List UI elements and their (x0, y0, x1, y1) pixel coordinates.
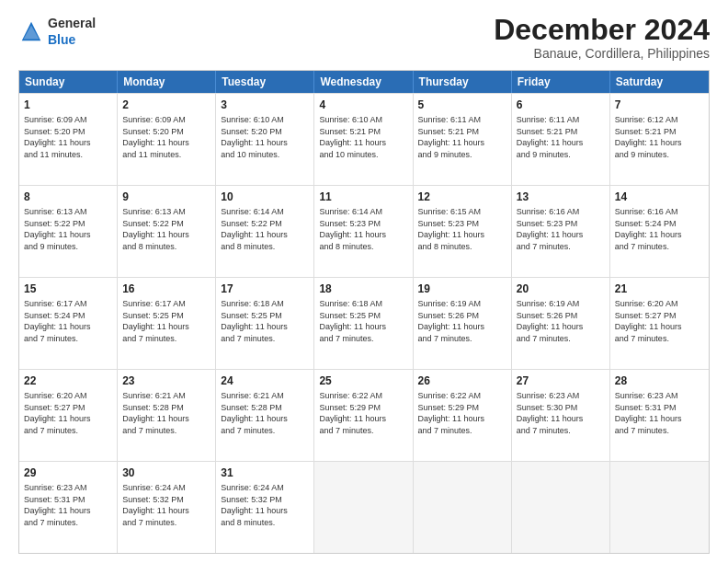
day-info: Sunrise: 6:14 AM Sunset: 5:22 PM Dayligh… (221, 206, 309, 252)
header-saturday: Saturday (610, 71, 709, 93)
day-number: 9 (122, 190, 210, 204)
table-row: 11Sunrise: 6:14 AM Sunset: 5:23 PM Dayli… (314, 186, 413, 277)
table-row: 18Sunrise: 6:18 AM Sunset: 5:25 PM Dayli… (314, 278, 413, 369)
day-info: Sunrise: 6:23 AM Sunset: 5:30 PM Dayligh… (517, 390, 605, 436)
day-info: Sunrise: 6:17 AM Sunset: 5:25 PM Dayligh… (122, 298, 210, 344)
calendar-row: 8Sunrise: 6:13 AM Sunset: 5:22 PM Daylig… (19, 185, 709, 277)
table-row: 16Sunrise: 6:17 AM Sunset: 5:25 PM Dayli… (118, 278, 216, 369)
month-title: December 2024 (494, 15, 710, 44)
logo-blue: Blue (48, 32, 75, 47)
day-info: Sunrise: 6:21 AM Sunset: 5:28 PM Dayligh… (122, 390, 210, 436)
table-row: 1Sunrise: 6:09 AM Sunset: 5:20 PM Daylig… (19, 94, 118, 185)
table-row (314, 462, 413, 553)
day-info: Sunrise: 6:17 AM Sunset: 5:24 PM Dayligh… (24, 298, 112, 344)
day-number: 17 (221, 282, 309, 296)
calendar-row: 29Sunrise: 6:23 AM Sunset: 5:31 PM Dayli… (19, 461, 709, 553)
table-row: 31Sunrise: 6:24 AM Sunset: 5:32 PM Dayli… (216, 462, 314, 553)
calendar: Sunday Monday Tuesday Wednesday Thursday… (18, 70, 710, 554)
table-row: 27Sunrise: 6:23 AM Sunset: 5:30 PM Dayli… (512, 370, 610, 461)
day-number: 13 (517, 190, 605, 204)
day-info: Sunrise: 6:10 AM Sunset: 5:21 PM Dayligh… (319, 114, 407, 160)
table-row: 20Sunrise: 6:19 AM Sunset: 5:26 PM Dayli… (512, 278, 610, 369)
day-info: Sunrise: 6:22 AM Sunset: 5:29 PM Dayligh… (418, 390, 506, 436)
calendar-page: General Blue December 2024 Banaue, Cordi… (0, 0, 728, 563)
table-row: 23Sunrise: 6:21 AM Sunset: 5:28 PM Dayli… (118, 370, 216, 461)
day-info: Sunrise: 6:19 AM Sunset: 5:26 PM Dayligh… (517, 298, 605, 344)
day-number: 6 (517, 98, 605, 112)
day-number: 8 (24, 190, 112, 204)
logo-general: General (48, 16, 96, 30)
table-row: 29Sunrise: 6:23 AM Sunset: 5:31 PM Dayli… (19, 462, 118, 553)
day-number: 14 (615, 190, 704, 204)
day-number: 11 (319, 190, 407, 204)
day-info: Sunrise: 6:09 AM Sunset: 5:20 PM Dayligh… (122, 114, 210, 160)
table-row: 6Sunrise: 6:11 AM Sunset: 5:21 PM Daylig… (512, 94, 610, 185)
table-row: 8Sunrise: 6:13 AM Sunset: 5:22 PM Daylig… (19, 186, 118, 277)
day-number: 22 (24, 373, 112, 388)
day-info: Sunrise: 6:09 AM Sunset: 5:20 PM Dayligh… (24, 114, 112, 160)
day-info: Sunrise: 6:23 AM Sunset: 5:31 PM Dayligh… (24, 482, 112, 528)
table-row: 24Sunrise: 6:21 AM Sunset: 5:28 PM Dayli… (216, 370, 314, 461)
table-row: 2Sunrise: 6:09 AM Sunset: 5:20 PM Daylig… (118, 94, 216, 185)
header-wednesday: Wednesday (314, 71, 413, 93)
table-row: 19Sunrise: 6:19 AM Sunset: 5:26 PM Dayli… (414, 278, 512, 369)
table-row: 3Sunrise: 6:10 AM Sunset: 5:20 PM Daylig… (216, 94, 314, 185)
table-row: 9Sunrise: 6:13 AM Sunset: 5:22 PM Daylig… (118, 186, 216, 277)
table-row: 5Sunrise: 6:11 AM Sunset: 5:21 PM Daylig… (414, 94, 512, 185)
day-number: 5 (418, 98, 506, 112)
day-info: Sunrise: 6:24 AM Sunset: 5:32 PM Dayligh… (221, 482, 309, 528)
day-number: 20 (517, 282, 605, 296)
calendar-header: Sunday Monday Tuesday Wednesday Thursday… (19, 71, 709, 93)
day-info: Sunrise: 6:20 AM Sunset: 5:27 PM Dayligh… (24, 390, 112, 436)
day-info: Sunrise: 6:14 AM Sunset: 5:23 PM Dayligh… (319, 206, 407, 252)
day-number: 10 (221, 190, 309, 204)
table-row: 21Sunrise: 6:20 AM Sunset: 5:27 PM Dayli… (610, 278, 709, 369)
table-row: 26Sunrise: 6:22 AM Sunset: 5:29 PM Dayli… (414, 370, 512, 461)
title-block: December 2024 Banaue, Cordillera, Philip… (494, 15, 710, 61)
day-number: 7 (615, 98, 704, 112)
day-number: 24 (221, 373, 309, 388)
table-row: 28Sunrise: 6:23 AM Sunset: 5:31 PM Dayli… (610, 370, 709, 461)
day-info: Sunrise: 6:16 AM Sunset: 5:23 PM Dayligh… (517, 206, 605, 252)
table-row (414, 462, 512, 553)
day-info: Sunrise: 6:24 AM Sunset: 5:32 PM Dayligh… (122, 482, 210, 528)
day-number: 21 (615, 282, 704, 296)
day-number: 19 (418, 282, 506, 296)
calendar-body: 1Sunrise: 6:09 AM Sunset: 5:20 PM Daylig… (19, 93, 709, 553)
day-number: 16 (122, 282, 210, 296)
day-number: 31 (221, 465, 309, 480)
table-row: 17Sunrise: 6:18 AM Sunset: 5:25 PM Dayli… (216, 278, 314, 369)
header-tuesday: Tuesday (216, 71, 314, 93)
header-friday: Friday (512, 71, 610, 93)
day-number: 28 (615, 373, 704, 388)
location-subtitle: Banaue, Cordillera, Philippines (494, 46, 710, 61)
day-number: 1 (24, 98, 112, 112)
logo-icon (18, 18, 44, 44)
calendar-row: 22Sunrise: 6:20 AM Sunset: 5:27 PM Dayli… (19, 369, 709, 461)
table-row: 10Sunrise: 6:14 AM Sunset: 5:22 PM Dayli… (216, 186, 314, 277)
table-row: 4Sunrise: 6:10 AM Sunset: 5:21 PM Daylig… (314, 94, 413, 185)
day-info: Sunrise: 6:15 AM Sunset: 5:23 PM Dayligh… (418, 206, 506, 252)
day-info: Sunrise: 6:12 AM Sunset: 5:21 PM Dayligh… (615, 114, 704, 160)
day-info: Sunrise: 6:20 AM Sunset: 5:27 PM Dayligh… (615, 298, 704, 344)
day-number: 23 (122, 373, 210, 388)
calendar-row: 1Sunrise: 6:09 AM Sunset: 5:20 PM Daylig… (19, 93, 709, 185)
day-info: Sunrise: 6:23 AM Sunset: 5:31 PM Dayligh… (615, 390, 704, 436)
day-info: Sunrise: 6:16 AM Sunset: 5:24 PM Dayligh… (615, 206, 704, 252)
day-info: Sunrise: 6:13 AM Sunset: 5:22 PM Dayligh… (24, 206, 112, 252)
table-row: 25Sunrise: 6:22 AM Sunset: 5:29 PM Dayli… (314, 370, 413, 461)
day-number: 26 (418, 373, 506, 388)
day-info: Sunrise: 6:10 AM Sunset: 5:20 PM Dayligh… (221, 114, 309, 160)
table-row: 12Sunrise: 6:15 AM Sunset: 5:23 PM Dayli… (414, 186, 512, 277)
day-info: Sunrise: 6:18 AM Sunset: 5:25 PM Dayligh… (319, 298, 407, 344)
day-number: 25 (319, 373, 407, 388)
day-info: Sunrise: 6:22 AM Sunset: 5:29 PM Dayligh… (319, 390, 407, 436)
header: General Blue December 2024 Banaue, Cordi… (18, 15, 710, 61)
table-row: 7Sunrise: 6:12 AM Sunset: 5:21 PM Daylig… (610, 94, 709, 185)
table-row: 30Sunrise: 6:24 AM Sunset: 5:32 PM Dayli… (118, 462, 216, 553)
day-number: 27 (517, 373, 605, 388)
day-info: Sunrise: 6:18 AM Sunset: 5:25 PM Dayligh… (221, 298, 309, 344)
logo: General Blue (18, 15, 96, 48)
day-number: 12 (418, 190, 506, 204)
day-info: Sunrise: 6:11 AM Sunset: 5:21 PM Dayligh… (517, 114, 605, 160)
